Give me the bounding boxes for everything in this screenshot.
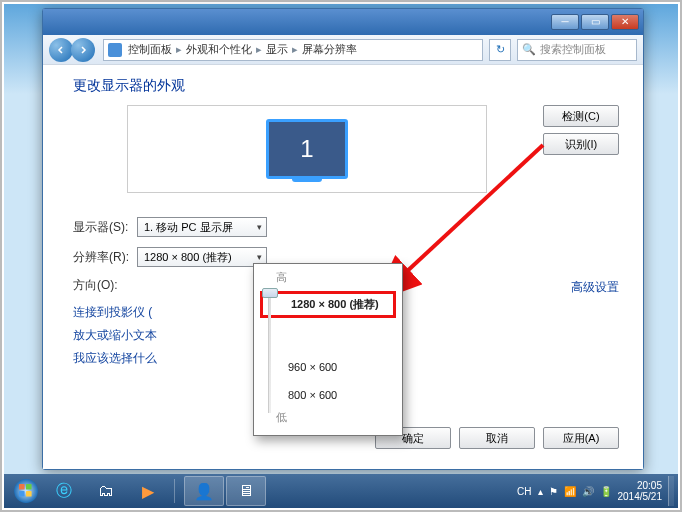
resolution-dropdown[interactable]: 高 1280 × 800 (推荐) 960 × 600 800 × 600 低 — [253, 263, 403, 436]
chevron-down-icon: ▾ — [257, 222, 262, 232]
dropdown-label-low: 低 — [254, 404, 402, 425]
apply-button[interactable]: 应用(A) — [543, 427, 619, 449]
tray-up-icon[interactable]: ▴ — [538, 486, 543, 497]
taskbar-app-1[interactable]: 👤 — [184, 476, 224, 506]
resolution-slider-track[interactable] — [268, 290, 271, 413]
tray-battery-icon[interactable]: 🔋 — [600, 486, 612, 497]
resolution-option-recommended[interactable]: 1280 × 800 (推荐) — [260, 291, 396, 318]
window-titlebar: ─ ▭ ✕ — [43, 9, 643, 35]
taskbar: ⓔ 🗂 ▶ 👤 🖥 CH ▴ ⚑ 📶 🔊 🔋 20:05 2014/5/21 — [4, 474, 678, 508]
svg-rect-3 — [26, 484, 32, 490]
chevron-right-icon: ▸ — [174, 43, 184, 56]
breadcrumb[interactable]: 控制面板 ▸ 外观和个性化 ▸ 显示 ▸ 屏幕分辨率 — [103, 39, 483, 61]
chevron-down-icon: ▾ — [257, 252, 262, 262]
display-preview-box: 1 — [127, 105, 487, 193]
svg-rect-4 — [19, 491, 25, 497]
orientation-label: 方向(O): — [73, 277, 137, 294]
page-title: 更改显示器的外观 — [73, 77, 619, 95]
svg-point-1 — [14, 479, 38, 503]
svg-rect-2 — [19, 484, 25, 490]
tray-volume-icon[interactable]: 🔊 — [582, 486, 594, 497]
ime-indicator[interactable]: CH — [517, 486, 531, 497]
resolution-select-value: 1280 × 800 (推荐) — [144, 250, 232, 265]
resolution-option-960[interactable]: 960 × 600 — [254, 358, 402, 376]
clock-time: 20:05 — [618, 480, 663, 491]
nav-arrows — [49, 38, 97, 62]
cancel-button[interactable]: 取消 — [459, 427, 535, 449]
control-panel-window: ─ ▭ ✕ 控制面板 ▸ 外观和个性化 ▸ 显示 ▸ 屏 — [42, 8, 644, 470]
refresh-button[interactable]: ↻ — [489, 39, 511, 61]
show-desktop-button[interactable] — [668, 476, 674, 506]
monitor-number: 1 — [300, 135, 313, 163]
monitor-thumbnail[interactable]: 1 — [266, 119, 348, 179]
search-placeholder: 搜索控制面板 — [540, 42, 606, 57]
detect-button[interactable]: 检测(C) — [543, 105, 619, 127]
taskbar-media-icon[interactable]: ▶ — [128, 476, 168, 506]
display-select-value: 1. 移动 PC 显示屏 — [144, 220, 233, 235]
dropdown-label-high: 高 — [254, 270, 402, 289]
taskbar-clock[interactable]: 20:05 2014/5/21 — [618, 480, 663, 502]
close-button[interactable]: ✕ — [611, 14, 639, 30]
taskbar-divider — [174, 479, 180, 503]
back-button[interactable] — [49, 38, 73, 62]
resolution-option-800[interactable]: 800 × 600 — [254, 386, 402, 404]
crumb-appearance[interactable]: 外观和个性化 — [184, 42, 254, 57]
chevron-right-icon: ▸ — [290, 43, 300, 56]
advanced-settings-link[interactable]: 高级设置 — [571, 279, 619, 296]
taskbar-app-2[interactable]: 🖥 — [226, 476, 266, 506]
crumb-display[interactable]: 显示 — [264, 42, 290, 57]
control-panel-icon — [108, 43, 122, 57]
display-select[interactable]: 1. 移动 PC 显示屏 ▾ — [137, 217, 267, 237]
content-area: 更改显示器的外观 1 检测(C) 识别(I) 显示器(S): 1. 移动 PC … — [43, 65, 643, 469]
forward-button[interactable] — [71, 38, 95, 62]
identify-button[interactable]: 识别(I) — [543, 133, 619, 155]
crumb-resolution[interactable]: 屏幕分辨率 — [300, 42, 359, 57]
svg-rect-5 — [26, 491, 32, 497]
resolution-slider-thumb[interactable] — [262, 288, 278, 298]
nav-bar: 控制面板 ▸ 外观和个性化 ▸ 显示 ▸ 屏幕分辨率 ↻ 🔍 搜索控制面板 — [43, 35, 643, 65]
search-icon: 🔍 — [522, 43, 536, 56]
restore-button[interactable]: ▭ — [581, 14, 609, 30]
tray-flag-icon[interactable]: ⚑ — [549, 486, 558, 497]
start-button[interactable] — [8, 474, 44, 508]
resolution-label: 分辨率(R): — [73, 249, 137, 266]
chevron-right-icon: ▸ — [254, 43, 264, 56]
search-input[interactable]: 🔍 搜索控制面板 — [517, 39, 637, 61]
resolution-select[interactable]: 1280 × 800 (推荐) ▾ — [137, 247, 267, 267]
taskbar-ie-icon[interactable]: ⓔ — [44, 476, 84, 506]
system-tray: CH ▴ ⚑ 📶 🔊 🔋 20:05 2014/5/21 — [517, 476, 674, 506]
minimize-button[interactable]: ─ — [551, 14, 579, 30]
crumb-control-panel[interactable]: 控制面板 — [126, 42, 174, 57]
clock-date: 2014/5/21 — [618, 491, 663, 502]
display-label: 显示器(S): — [73, 219, 137, 236]
taskbar-explorer-icon[interactable]: 🗂 — [86, 476, 126, 506]
tray-network-icon[interactable]: 📶 — [564, 486, 576, 497]
